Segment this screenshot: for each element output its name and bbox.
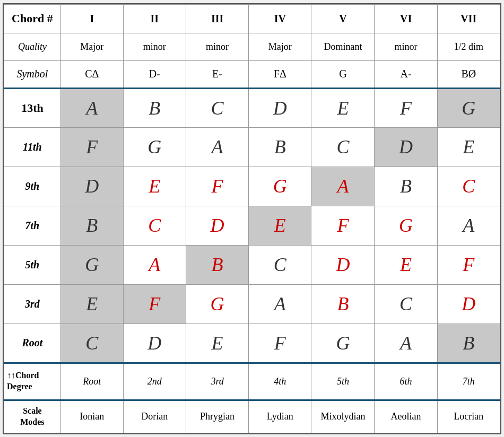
7th-5: F <box>311 206 375 245</box>
symbol-6: A- <box>375 60 437 88</box>
9th-2: E <box>123 167 186 206</box>
7th-2: C <box>123 206 186 245</box>
degree-row: ↑↑ChordDegree Root 2nd 3rd 4th 5th 6th 7… <box>4 363 500 400</box>
col-header-7: VII <box>437 4 500 33</box>
13th-4: D <box>249 88 311 127</box>
13th-2: B <box>123 88 186 127</box>
7th-3: D <box>186 206 249 245</box>
5th-2: A <box>123 245 186 284</box>
root-2: D <box>123 324 186 363</box>
13th-3: C <box>186 88 249 127</box>
degree-1: Root <box>60 363 123 400</box>
7th-row: 7th B C D E F G A <box>4 206 500 245</box>
13th-6: F <box>375 88 437 127</box>
13th-label: 13th <box>4 88 61 127</box>
root-label: Root <box>4 324 61 363</box>
quality-7: 1/2 dim <box>437 33 500 60</box>
mode-2: Dorian <box>123 400 186 433</box>
11th-3: A <box>186 127 249 167</box>
7th-7: A <box>437 206 500 245</box>
13th-5: E <box>311 88 375 127</box>
11th-7: E <box>437 127 500 167</box>
3rd-row: 3rd E F G A B C D <box>4 284 500 324</box>
degree-label: ↑↑ChordDegree <box>4 363 61 400</box>
13th-7: G <box>437 88 500 127</box>
col-header-3: III <box>186 4 249 33</box>
quality-label: Quality <box>4 33 61 60</box>
5th-6: E <box>375 245 437 284</box>
quality-1: Major <box>60 33 123 60</box>
root-7: B <box>437 324 500 363</box>
7th-4: E <box>249 206 311 245</box>
5th-5: D <box>311 245 375 284</box>
11th-6: D <box>375 127 437 167</box>
degree-7: 7th <box>437 363 500 400</box>
col-header-6: VI <box>375 4 437 33</box>
mode-6: Aeolian <box>375 400 437 433</box>
5th-4: C <box>249 245 311 284</box>
symbol-label: Symbol <box>4 60 61 88</box>
9th-4: G <box>249 167 311 206</box>
3rd-4: A <box>249 284 311 324</box>
3rd-2: F <box>123 284 186 324</box>
3rd-3: G <box>186 284 249 324</box>
9th-label: 9th <box>4 167 61 206</box>
header-row: Chord # I II III IV V VI VII <box>4 4 500 33</box>
5th-7: F <box>437 245 500 284</box>
9th-7: C <box>437 167 500 206</box>
modes-label: ScaleModes <box>4 400 61 433</box>
col-header-5: V <box>311 4 375 33</box>
3rd-5: B <box>311 284 375 324</box>
degree-4: 4th <box>249 363 311 400</box>
3rd-7: D <box>437 284 500 324</box>
mode-3: Phrygian <box>186 400 249 433</box>
symbol-2: D- <box>123 60 186 88</box>
13th-row: 13th A B C D E F G <box>4 88 500 127</box>
quality-5: Dominant <box>311 33 375 60</box>
symbol-row: Symbol CΔ D- E- FΔ G A- BØ <box>4 60 500 88</box>
mode-5: Mixolydian <box>311 400 375 433</box>
root-3: E <box>186 324 249 363</box>
degree-3: 3rd <box>186 363 249 400</box>
11th-row: 11th F G A B C D E <box>4 127 500 167</box>
symbol-4: FΔ <box>249 60 311 88</box>
9th-1: D <box>60 167 123 206</box>
7th-label: 7th <box>4 206 61 245</box>
5th-1: G <box>60 245 123 284</box>
11th-5: C <box>311 127 375 167</box>
symbol-3: E- <box>186 60 249 88</box>
col-header-1: I <box>60 4 123 33</box>
7th-1: B <box>60 206 123 245</box>
11th-2: G <box>123 127 186 167</box>
chord-num-label: Chord # <box>4 4 61 33</box>
root-5: G <box>311 324 375 363</box>
13th-1: A <box>60 88 123 127</box>
root-4: F <box>249 324 311 363</box>
5th-3: B <box>186 245 249 284</box>
9th-3: F <box>186 167 249 206</box>
11th-4: B <box>249 127 311 167</box>
mode-4: Lydian <box>249 400 311 433</box>
main-table: Chord # I II III IV V VI VII Quality Maj… <box>3 3 501 434</box>
arrow-up-icon: ↑ <box>7 371 11 380</box>
col-header-2: II <box>123 4 186 33</box>
quality-2: minor <box>123 33 186 60</box>
col-header-4: IV <box>249 4 311 33</box>
root-6: A <box>375 324 437 363</box>
symbol-5: G <box>311 60 375 88</box>
3rd-label: 3rd <box>4 284 61 324</box>
root-row: Root C D E F G A B <box>4 324 500 363</box>
11th-label: 11th <box>4 127 61 167</box>
symbol-1: CΔ <box>60 60 123 88</box>
3rd-1: E <box>60 284 123 324</box>
3rd-6: C <box>375 284 437 324</box>
symbol-7: BØ <box>437 60 500 88</box>
9th-row: 9th D E F G A B C <box>4 167 500 206</box>
mode-1: Ionian <box>60 400 123 433</box>
degree-2: 2nd <box>123 363 186 400</box>
degree-5: 5th <box>311 363 375 400</box>
quality-6: minor <box>375 33 437 60</box>
degree-6: 6th <box>375 363 437 400</box>
7th-6: G <box>375 206 437 245</box>
9th-5: A <box>311 167 375 206</box>
